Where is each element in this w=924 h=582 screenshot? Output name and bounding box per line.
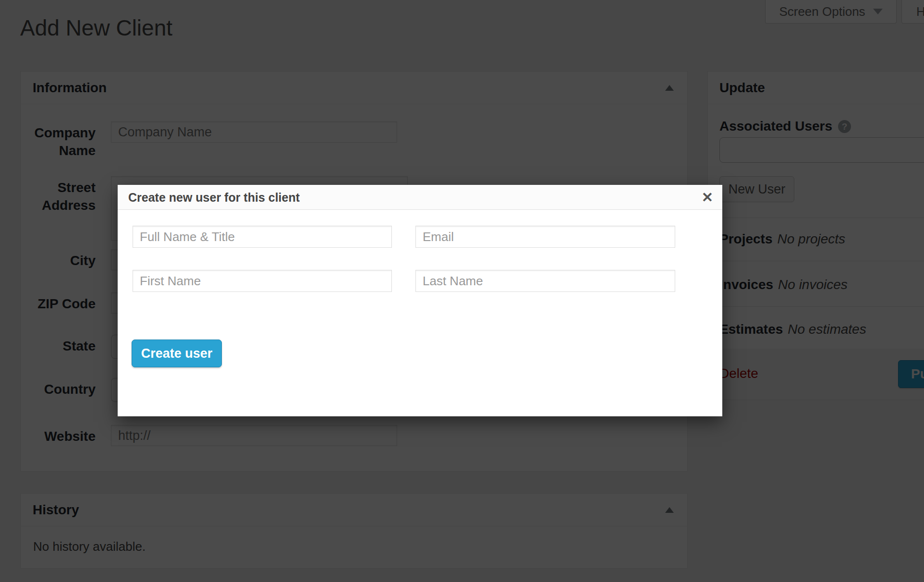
create-user-button[interactable]: Create user bbox=[132, 340, 222, 367]
last-name-input[interactable] bbox=[415, 270, 675, 292]
email-input[interactable] bbox=[415, 226, 675, 248]
modal-title: Create new user for this client bbox=[128, 185, 300, 210]
full-name-title-input[interactable] bbox=[133, 226, 392, 248]
create-user-modal: Create new user for this client ✕ Create… bbox=[118, 185, 722, 416]
admin-page: Add New Client Screen Options Help Infor… bbox=[0, 0, 924, 582]
close-icon[interactable]: ✕ bbox=[697, 188, 717, 207]
modal-header: Create new user for this client ✕ bbox=[118, 185, 722, 210]
first-name-input[interactable] bbox=[133, 270, 392, 292]
